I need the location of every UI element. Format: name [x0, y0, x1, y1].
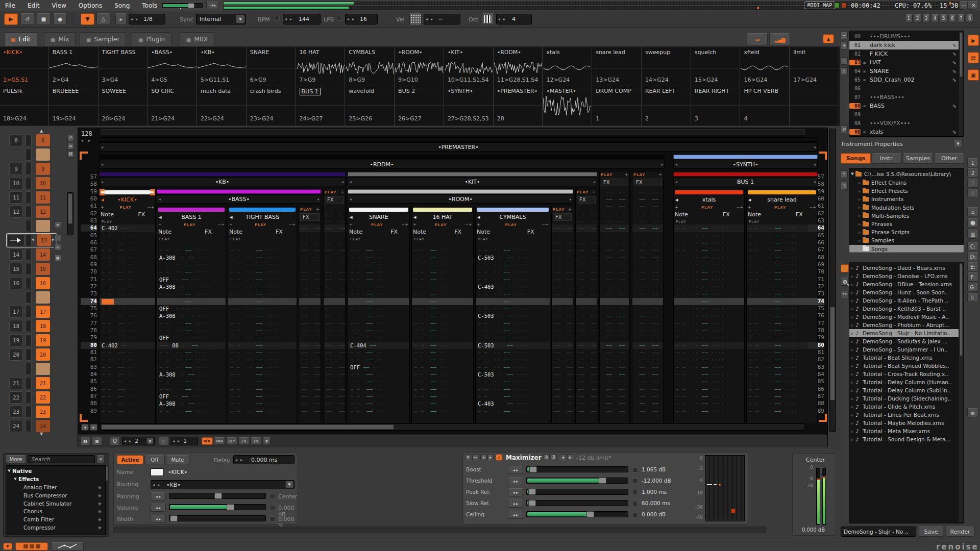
pattern-row[interactable]: − − −− ··	[348, 327, 409, 334]
collapse-left-icon[interactable]: ◂	[101, 196, 104, 203]
expand-icon[interactable]: ▹	[849, 396, 855, 401]
pattern-row[interactable]: − − ·· −− ····	[476, 305, 550, 312]
collapse-left-icon[interactable]: ◂	[101, 145, 103, 149]
pattern-row[interactable]: − − ·· −− ····	[747, 254, 817, 261]
expand-icon[interactable]: ▹	[849, 331, 855, 336]
matrix-slot[interactable]	[26, 348, 32, 361]
pattern-row[interactable]: − − −− ··	[412, 246, 473, 254]
pattern-fx-row[interactable]: −− −−	[299, 334, 321, 341]
matrix-section-block[interactable]	[36, 291, 50, 304]
pattern-fx-row[interactable]: −− −−	[632, 188, 663, 195]
pattern-row[interactable]: − − −− ··	[348, 290, 409, 297]
pattern-fx-row[interactable]: −− −−	[600, 254, 629, 261]
pattern-row[interactable]: C-403 ·· −− ····	[476, 283, 550, 290]
pattern-fx-row[interactable]: −− −−	[299, 283, 321, 290]
disk-tab-other[interactable]: Other	[934, 153, 964, 164]
pattern-row[interactable]: − − ·· −− ····	[747, 342, 817, 349]
off-button[interactable]: Off	[144, 455, 165, 464]
pattern-row[interactable]: − − −− ··	[412, 276, 473, 283]
pattern-row[interactable]: − − ·· −− ····	[674, 246, 744, 254]
library-icon[interactable]: ▥	[967, 230, 978, 239]
matrix-block[interactable]: 24	[36, 420, 50, 432]
pattern-row[interactable]: − − −− ··	[412, 268, 473, 276]
follow-player-icon[interactable]: ▸	[115, 13, 127, 25]
pattern-row[interactable]: − − ·· −− ····	[747, 224, 817, 232]
loop-button[interactable]: ↺	[20, 13, 34, 25]
pattern-row[interactable]: − − −− ··	[348, 261, 409, 268]
vel-field[interactable]: ◂▸--	[424, 14, 460, 24]
matrix-slot[interactable]	[26, 306, 32, 318]
collapse-right-icon[interactable]: ◂	[341, 180, 344, 184]
pattern-fx-row[interactable]: −− −−	[552, 349, 573, 356]
pattern-row[interactable]: − − ·· −− ····	[747, 283, 817, 290]
matrix-mode-width-icon[interactable]: ⇔	[67, 143, 74, 149]
pattern-row[interactable]: − − ·· −− ····	[476, 378, 550, 385]
minimize-button[interactable]: —	[959, 1, 968, 9]
collapse-left-icon[interactable]: ◂	[230, 214, 233, 220]
play-button[interactable]: ▶	[4, 13, 18, 25]
pattern-row[interactable]: − − ·· −− ····	[476, 246, 550, 254]
instrument-row[interactable]: 07•••BASS•••	[849, 93, 959, 102]
pattern-row[interactable]: − − ·· −− ····	[157, 246, 226, 254]
pattern-fx-row[interactable]: −− −−	[552, 276, 573, 283]
pattern-fx-row[interactable]: −− −−	[576, 305, 597, 312]
param-slider-boost[interactable]	[526, 466, 628, 472]
width-autobox[interactable]	[270, 516, 275, 521]
pattern-fx-row[interactable]: −− −−	[299, 254, 321, 261]
expand-icon[interactable]: ▹	[849, 437, 855, 442]
lpb-automation-box[interactable]	[337, 16, 342, 21]
pattern-fx-row[interactable]: −− −−	[552, 246, 573, 254]
pattern-row[interactable]: − − −− ··	[412, 349, 473, 356]
fx-column-header[interactable]: FX	[300, 213, 320, 221]
matrix-block[interactable]: 21	[36, 377, 50, 389]
pattern-row[interactable]: − − ·· −− ····	[747, 232, 817, 239]
pattern-row[interactable]: − − ·· −− ····	[228, 320, 297, 327]
folder-row-effect-chains[interactable]: ▹Effect Chains	[849, 179, 964, 187]
file-row[interactable]: ▹♪Tutorial - Delay Column (Human..	[849, 378, 959, 386]
pattern-row[interactable]: − − −− ··	[100, 276, 155, 283]
scope-column-8[interactable]: CYMBALS8>G9wavefold25>G26	[346, 47, 395, 126]
file-row[interactable]: ▹♪DemoSong - Danoise - LFO.xrns	[849, 272, 959, 280]
pattern-row[interactable]: − − ·· −− ····	[674, 320, 744, 327]
matrix-grid-icon[interactable]: ▦	[54, 255, 61, 261]
dsp-tree-scrollbar[interactable]	[106, 465, 109, 535]
render-button[interactable]: Render	[946, 527, 974, 537]
matrix-pattern-number[interactable]: 24	[9, 420, 23, 432]
pattern-fx-row[interactable]: −− −−	[632, 298, 663, 305]
pattern-fx-row[interactable]: −− −−	[600, 283, 629, 290]
pattern-fx-row[interactable]: −− −−	[632, 239, 663, 246]
favorite-star-icon[interactable]: ★	[97, 492, 102, 498]
pattern-fx-row[interactable]: −− −−	[600, 327, 629, 334]
pattern-fx-row[interactable]: −− −−	[299, 400, 321, 407]
expand-icon[interactable]: ▹	[849, 356, 855, 360]
edit-step-icon[interactable]: ▼	[81, 13, 94, 25]
pattern-row[interactable]: − − ·· −− ····	[157, 349, 226, 356]
pattern-row[interactable]: − − ·· −− ····	[747, 386, 817, 393]
pattern-fx-row[interactable]: −− −−	[600, 342, 629, 349]
matrix-pattern-number[interactable]: 20	[9, 348, 23, 361]
pattern-row[interactable]: OFF ·· −− ····	[157, 305, 226, 312]
folder-row-phrases[interactable]: ▹Phrases	[849, 220, 964, 228]
matrix-pattern-number[interactable]: 21	[9, 377, 23, 389]
scope-column-2[interactable]: BASS 12>G4BRDEEEE19>G24	[50, 47, 99, 126]
pattern-row[interactable]: C-503 ·· −− ····	[476, 254, 550, 261]
pattern-row[interactable]: − − −− ··	[348, 334, 409, 341]
pattern-row[interactable]: − − ·· −− ····	[476, 364, 550, 371]
pattern-fx-row[interactable]: −− −−	[324, 261, 345, 268]
pattern-row[interactable]: − − ·· −− ····	[476, 408, 550, 415]
pattern-row[interactable]: − − −− ··	[100, 393, 155, 400]
pattern-row[interactable]: − − ·· −− ····	[747, 239, 817, 246]
pattern-fx-row[interactable]: −− −−	[576, 276, 597, 283]
param-slider-threshold[interactable]	[526, 478, 628, 484]
scope-column-1[interactable]: •KICK•1>G5,S1PULSfk18>G24	[0, 47, 49, 126]
pattern-row[interactable]: − − −− ··	[412, 371, 473, 378]
menu-item-view[interactable]: View	[52, 2, 66, 9]
pattern-fx-row[interactable]: −− −−	[576, 232, 597, 239]
pattern-fx-row[interactable]: −− −−	[632, 254, 663, 261]
pattern-row[interactable]: − − ·· −− ····	[747, 356, 817, 363]
pattern-fx-row[interactable]: −− −−	[552, 290, 573, 297]
pattern-fx-row[interactable]: −− −−	[552, 224, 573, 232]
pattern-row[interactable]: − − ·· −− ····	[674, 393, 744, 400]
pattern-fx-row[interactable]: −− −−	[600, 408, 629, 415]
matrix-scroll-down-icon[interactable]: ▼	[38, 432, 45, 437]
